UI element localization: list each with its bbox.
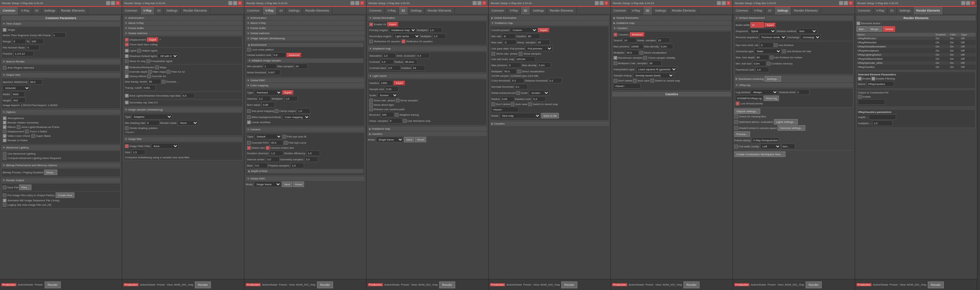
close-btn-7[interactable]: ✕ [849,1,853,5]
minimize-btn-2[interactable]: ─ [228,1,232,5]
filter-size-input[interactable] [132,150,145,155]
interval-center-input[interactable] [266,156,280,162]
fish-eye-sv-checkbox[interactable] [284,141,288,145]
autodesk-me-checkbox[interactable]: ✓ [3,199,6,202]
merge-btn[interactable]: Merge... [869,26,882,32]
override-fov-checkbox[interactable] [247,141,251,145]
filter-maps-checkbox[interactable] [148,70,152,74]
tab-vray-5[interactable]: V-Ray [507,7,522,14]
range-to-input[interactable] [30,38,44,44]
camera-header[interactable]: ▼ Camera [246,127,365,132]
maps-checkbox[interactable] [155,65,159,69]
shutter-eff-input[interactable] [306,150,320,156]
objects-settings-btn[interactable]: Objects settings... [734,108,760,114]
tab-gi-1[interactable]: GI [32,7,41,14]
mode-dropdown-4[interactable]: Single frame [376,137,403,142]
global-dmc-header[interactable]: ▼ Global DMC [246,78,365,83]
saturation-input[interactable] [382,53,396,58]
global-subdivs-input[interactable] [272,52,286,58]
gamma-input[interactable] [257,96,271,101]
color-mapping-header[interactable]: ▼ Color mapping [246,83,365,88]
combine-mesh-checkbox[interactable] [767,62,770,65]
amb-occlusion-input[interactable] [416,53,430,58]
image-sampler-header[interactable]: ▼ Image sampler (Antialiasing) [124,107,243,112]
use-embree-checkbox[interactable] [774,43,778,47]
irradiance-map-header-6[interactable]: ▶ Irradiance map [612,21,731,25]
show-calc-phase-5-checkbox[interactable] [492,52,495,56]
displacement-sw-checkbox[interactable]: ✓ [125,38,129,41]
switch-saved-6-checkbox[interactable] [651,79,654,83]
auto-save-checkbox[interactable] [511,102,515,106]
tab-gi-3[interactable]: GI [277,7,286,14]
min-shading-input[interactable] [146,120,159,126]
secondary-mult-input[interactable] [432,33,446,39]
height-input[interactable] [12,97,25,103]
lights-settings-btn[interactable]: Lights settings... [774,119,798,124]
reset-btn-4[interactable]: Reset [415,137,426,142]
randomize-samples-checkbox[interactable]: ✓ [614,56,617,60]
preset-dropdown-5[interactable]: Custom [510,27,538,33]
files-btn[interactable]: Files... [19,185,32,190]
primary-engine-dropdown[interactable]: Irradiance map [389,27,416,33]
use-last-im-input[interactable] [515,56,535,62]
render-btn-6[interactable]: Render [684,282,700,288]
render-btn-1[interactable]: Render [45,282,61,288]
min-leaf-size-input[interactable] [752,61,766,66]
tab-render-elements-7[interactable]: Render Elements [791,7,821,14]
irradiance-map-header[interactable]: ▼ Irradiance map [368,46,487,51]
sample-lookup-dropdown[interactable]: Density-based (best) [633,73,674,78]
put-image-checkbox[interactable] [3,193,6,197]
clamp-output-checkbox[interactable] [275,109,278,113]
vray-log-header[interactable]: ▼ VRay log [734,83,853,87]
tab-common-7[interactable]: Common [733,7,751,14]
justify-dropdown[interactable]: Left [760,143,781,149]
show-samples-checkbox[interactable] [396,99,399,102]
tab-common-1[interactable]: Common [0,7,18,14]
show-samples-5-checkbox[interactable] [519,52,522,56]
cameras-settings-btn[interactable]: Cameras settings... [778,125,805,131]
maximize-btn-5[interactable]: □ [600,1,604,5]
vrayflt-input[interactable] [869,114,896,120]
tab-vray-3[interactable]: V-Ray [263,7,277,14]
close-btn-1[interactable]: ✕ [116,1,120,5]
sub-pixel-checkbox[interactable] [247,109,251,113]
caustics-path-input[interactable] [614,83,641,89]
area-render-header[interactable]: ▼ Area to Render [2,59,121,64]
frame-buffer-header[interactable]: ▼ Frame buffer [124,26,243,30]
close-btn-6[interactable]: ✕ [727,1,730,5]
default-lights-dropdown[interactable]: Off with GI [158,53,178,59]
filter-gi-checkbox[interactable] [167,70,170,74]
output-size-header[interactable]: ▼ Output Size [2,73,121,77]
tab-gi-5[interactable]: GI [521,7,530,14]
table-row[interactable]: VRayLightingSelect On On Off [856,53,975,57]
lc-sample-size-input[interactable] [385,86,399,92]
gi-header-5[interactable]: ▶ Global Illumination [490,16,609,20]
expert-disp-btn[interactable]: Expert [765,23,776,27]
tab-render-elements-6[interactable]: Render Elements [669,7,699,14]
expert-im-btn[interactable]: Expert [538,28,549,32]
tab-common-6[interactable]: Common [611,7,629,14]
tab-settings-7[interactable]: Settings [775,7,792,14]
frame-stamp-input[interactable] [752,137,779,143]
max-photons-input[interactable] [508,62,522,68]
area-lights-checkbox[interactable] [17,125,21,129]
show-direct-light-checkbox[interactable] [369,103,373,107]
hidden-lights-checkbox[interactable] [137,49,141,53]
render-mask-dropdown[interactable]: None [178,120,198,126]
save-btn-4[interactable]: Save [404,137,414,142]
save-to-file-btn[interactable]: Save to file [541,113,559,118]
caustics-bottom-header[interactable]: ▶ Caustics [368,132,487,136]
shade-context-checkbox[interactable] [734,126,738,130]
force2sided-checkbox[interactable] [25,130,29,134]
check-missing-files-checkbox[interactable] [734,115,738,118]
tab-vray-6[interactable]: V-Ray [629,7,644,14]
max-rate-input[interactable] [503,40,516,45]
max-transp-input[interactable] [147,79,161,84]
minimize-btn-3[interactable]: ─ [350,1,355,5]
save-file-checkbox[interactable] [3,186,6,190]
fov-input[interactable] [270,140,283,145]
color-mapping-type-dropdown[interactable]: Reinhard [255,90,282,95]
check-sample-vis-checkbox[interactable] [643,56,647,60]
min-samples-input[interactable] [263,64,277,69]
maximize-btn-7[interactable]: □ [844,1,848,5]
